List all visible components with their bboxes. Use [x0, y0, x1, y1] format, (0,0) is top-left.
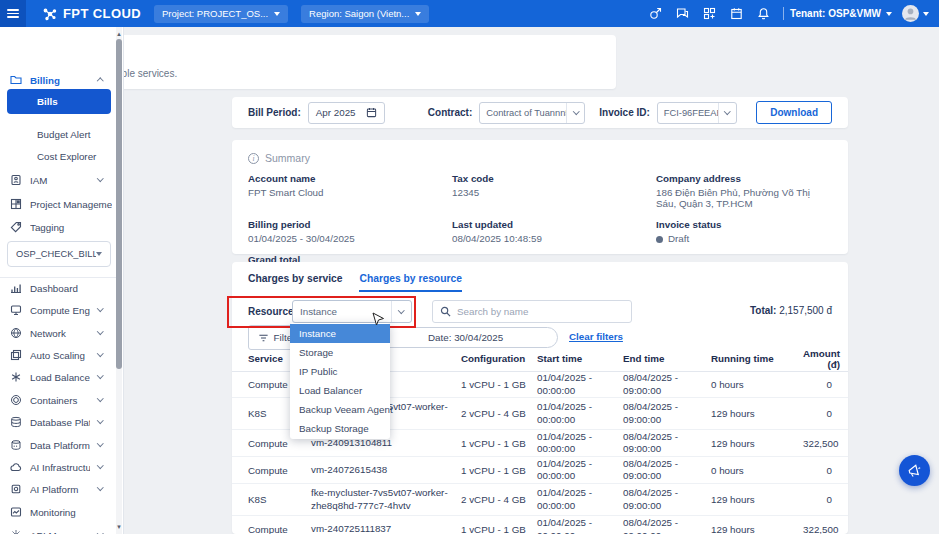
chevron-down-icon	[415, 12, 421, 16]
sidebar-item-auto-scaling[interactable]: Auto Scaling	[0, 346, 112, 364]
tenant-selector[interactable]: Tenant: OSP&VMW	[790, 8, 892, 19]
dropdown-option-load-balancer[interactable]: Load Balancer	[290, 381, 390, 400]
fpt-cloud-logo-icon	[42, 6, 58, 22]
chevron-down-icon	[96, 252, 102, 256]
feedback-fab-button[interactable]	[899, 455, 930, 486]
chevron-down-icon	[97, 175, 103, 181]
company-address-label: Company address	[656, 173, 832, 184]
chevron-down-icon	[97, 440, 103, 446]
account-name-value: FPT Smart Cloud	[248, 187, 452, 198]
filter-icon	[258, 333, 269, 343]
invoice-id-select[interactable]: FCI-96FEEABD	[657, 102, 737, 124]
app-window: FPT CLOUD Project: PROJECT_OS... Region:…	[0, 0, 939, 534]
asterisk-icon	[10, 371, 22, 383]
sidebar-project-dropdown[interactable]: OSP_CHECK_BILL_001	[7, 241, 111, 267]
sidebar-item-bills[interactable]: Bills	[7, 89, 111, 114]
download-button[interactable]: Download	[756, 101, 832, 124]
chevron-down-icon	[97, 350, 103, 356]
chevron-down-icon	[97, 484, 103, 490]
apps-grid-button[interactable]	[696, 0, 723, 27]
dropdown-option-instance[interactable]: Instance	[290, 324, 390, 343]
layers-icon	[10, 349, 22, 361]
sidebar-item-project-management[interactable]: Project Management	[0, 195, 112, 213]
support-chat-icon	[676, 7, 689, 20]
chevron-down-icon	[724, 108, 730, 114]
region-selector[interactable]: Region: Saigon (Vietn...	[301, 5, 429, 23]
table-row: Compute vm-24072615438 1 vCPU - 1 GB 01/…	[232, 457, 848, 484]
resource-type-dropdown-menu: Instance Storage IP Public Load Balancer…	[290, 323, 390, 439]
last-updated-value: 08/04/2025 10:48:59	[452, 233, 656, 244]
sidebar-item-compute-engine[interactable]: Compute Engine	[0, 301, 112, 319]
bill-period-input[interactable]: Apr 2025	[308, 102, 385, 124]
project-selector[interactable]: Project: PROJECT_OS...	[154, 5, 288, 23]
topbar-actions: Tenant: OSP&VMW	[642, 0, 939, 27]
chevron-down-icon	[97, 328, 103, 334]
launch-button[interactable]	[642, 0, 669, 27]
chevron-down-icon	[97, 305, 103, 311]
chevron-down-icon	[923, 12, 929, 16]
chevron-down-icon	[97, 417, 103, 423]
grid-icon	[10, 198, 22, 210]
sidebar-item-database-platform[interactable]: Database Platform	[0, 413, 112, 431]
calendar-icon	[366, 107, 377, 118]
bar-chart-icon	[10, 282, 22, 294]
notifications-button[interactable]	[750, 0, 777, 27]
chevron-down-icon	[97, 395, 103, 401]
tag-icon	[10, 221, 22, 233]
calendar-icon	[730, 7, 743, 20]
table-row: Compute vm-240725111837 1 vCPU - 1 GB 01…	[232, 516, 848, 534]
col-configuration: Configuration	[461, 353, 537, 364]
chevron-down-icon	[573, 108, 579, 114]
sidebar-item-network[interactable]: Network	[0, 324, 112, 342]
tab-charges-by-resource[interactable]: Charges by resource	[359, 273, 461, 292]
tab-charges-by-service[interactable]: Charges by service	[248, 273, 342, 292]
sidebar-item-billing[interactable]: Billing	[0, 71, 112, 89]
sidebar-item-ai-platform[interactable]: AI Platform	[0, 480, 112, 498]
apps-grid-icon	[703, 7, 716, 20]
col-amount: Amount (đ)	[803, 348, 840, 370]
invoice-status-label: Invoice status	[656, 219, 832, 230]
chevron-down-icon	[886, 12, 892, 16]
sidebar-item-containers[interactable]: Containers	[0, 391, 112, 409]
sidebar-scrollbar-thumb[interactable]	[116, 39, 122, 369]
billing-period-label: Billing period	[248, 219, 452, 230]
sidebar-item-cost-explorer[interactable]: Cost Explorer	[0, 147, 112, 165]
sidebar-item-data-platform[interactable]: Data Platform	[0, 436, 112, 454]
sidebar-item-api-management[interactable]: API Management	[0, 526, 112, 534]
hamburger-menu-button[interactable]	[0, 0, 26, 27]
sidebar-item-ai-infrastructure[interactable]: AI Infrastructure	[0, 458, 112, 476]
clear-filters-link[interactable]: Clear filters	[569, 331, 623, 342]
dropdown-option-ip-public[interactable]: IP Public	[290, 362, 390, 381]
sidebar-item-monitoring[interactable]: Monitoring	[0, 503, 112, 521]
sidebar-item-dashboard[interactable]: Dashboard	[0, 279, 112, 297]
billing-period-value: 01/04/2025 - 30/04/2025	[248, 233, 452, 244]
sidebar-item-budget-alert[interactable]: Budget Alert	[0, 125, 112, 143]
top-bar: FPT CLOUD Project: PROJECT_OS... Region:…	[0, 0, 939, 27]
resource-type-select[interactable]: Instance	[292, 300, 412, 323]
calendar-button[interactable]	[723, 0, 750, 27]
search-input[interactable]	[457, 306, 624, 317]
dropdown-option-backup-veeam-agent[interactable]: Backup Veeam Agent	[290, 400, 390, 419]
dropdown-option-backup-storage[interactable]: Backup Storage	[290, 419, 390, 438]
scroll-up-arrow[interactable]: ▲	[116, 29, 122, 39]
sidebar-item-load-balancer[interactable]: Load Balancer	[0, 368, 112, 386]
summary-header: i Summary	[248, 152, 832, 164]
dropdown-option-storage[interactable]: Storage	[290, 343, 390, 362]
contract-select[interactable]: Contract of Tuannn52..	[479, 102, 585, 124]
chevron-down-icon	[398, 307, 404, 313]
chevron-down-icon	[274, 12, 280, 16]
table-row: K8S fke-mycluster-7vs5vt07-worker-zhe8q8…	[232, 484, 848, 516]
chevron-up-icon	[97, 78, 103, 84]
chevron-down-icon	[97, 462, 103, 468]
sidebar: Billing Bills Budget Alert Cost Explorer…	[0, 27, 124, 534]
scroll-down-arrow[interactable]: ▼	[116, 522, 122, 532]
support-chat-button[interactable]	[669, 0, 696, 27]
sidebar-item-tagging[interactable]: Tagging	[0, 218, 112, 236]
bill-filter-card: Bill Period: Apr 2025 Contract: Contract…	[232, 97, 848, 128]
cloud-icon	[10, 461, 22, 473]
region-selector-label: Region: Saigon (Vietn...	[309, 8, 409, 19]
monitor-icon	[10, 304, 22, 316]
sidebar-item-iam[interactable]: IAM	[0, 171, 112, 189]
invoice-status-value: Draft	[656, 233, 832, 244]
user-avatar[interactable]	[902, 5, 919, 22]
